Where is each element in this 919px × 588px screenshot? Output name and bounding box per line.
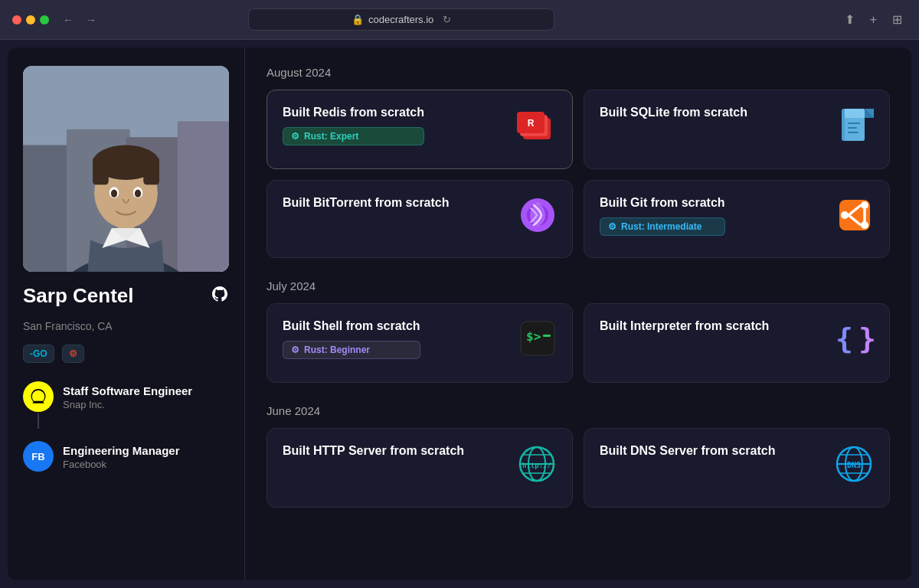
section-label-june: June 2024 [267,404,890,417]
card-interpreter-title: Built Interpreter from scratch [600,319,769,333]
svg-text:{: { [836,322,853,355]
section-label-august: August 2024 [267,66,890,79]
card-bittorrent[interactable]: Built BitTorrent from scratch [267,180,573,258]
svg-text:R: R [528,118,535,129]
badge-text: Rust: Intermediate [621,221,702,232]
new-tab-button[interactable]: + [865,9,881,30]
svg-point-31 [841,211,849,219]
url-text: codecrafters.io [368,14,433,25]
sidebar: Sarp Centel San Francisco, CA -GO ⚙ [8,47,245,580]
badge-icon: ⚙ [608,221,616,232]
lock-icon: 🔒 [352,14,364,25]
close-button[interactable] [12,15,21,24]
badge-text: Rust: Expert [304,131,358,142]
svg-rect-27 [848,132,858,133]
july-cards-grid: Built Shell from scratch ⚙ Rust: Beginne… [267,303,890,383]
grid-view-button[interactable]: ⊞ [888,9,907,30]
card-http-left: Built HTTP Server from scratch [283,444,464,458]
fb-logo: FB [23,441,54,472]
card-redis-left: Built Redis from scratch ⚙ Rust: Expert [283,106,424,145]
svg-text:}: } [858,322,874,355]
user-location: San Francisco, CA [23,320,229,332]
snap-logo-container [23,381,54,429]
card-sqlite-left: Built SQLite from scratch [600,106,747,119]
fb-company: Facebook [63,459,180,470]
card-redis-badge: ⚙ Rust: Expert [283,127,424,145]
interpreter-icon: { } [834,319,874,367]
reload-icon: ↻ [443,14,451,25]
svg-rect-10 [93,157,109,185]
avatar-container [23,66,229,272]
rust-badge[interactable]: ⚙ [62,345,84,363]
badge-text: Rust: Beginner [304,345,370,355]
card-bittorrent-title: Built BitTorrent from scratch [283,196,450,210]
badge-icon: ⚙ [291,131,299,142]
august-cards-grid: Built Redis from scratch ⚙ Rust: Expert … [267,90,890,258]
http-icon: http:// [517,444,557,492]
bittorrent-icon [518,196,557,242]
card-git-left: Built Git from scratch ⚙ Rust: Intermedi… [600,196,725,236]
svg-text:$>: $> [526,329,541,344]
shell-icon: $> [518,319,557,365]
go-badge[interactable]: -GO [23,345,54,363]
redis-icon: R [517,106,557,153]
timeline-connector [38,413,39,429]
svg-point-15 [135,189,141,197]
page-window: Sarp Centel San Francisco, CA -GO ⚙ [8,47,911,580]
rust-badge-icon: ⚙ [69,348,77,359]
snap-company: Snap Inc. [63,399,192,410]
snap-logo [23,381,54,412]
fb-title: Engineering Manager [63,444,180,457]
fb-logo-container: FB [23,441,54,472]
svg-point-32 [861,201,868,209]
card-dns[interactable]: Built DNS Server from scratch DNS [584,428,890,508]
snap-info: Staff Software Engineer Snap Inc. [63,381,192,410]
card-interpreter[interactable]: Built Interpreter from scratch { } [584,303,890,383]
timeline-item-facebook: FB Engineering Manager Facebook [23,435,229,478]
share-button[interactable]: ⬆ [840,9,859,30]
go-badge-label: -GO [30,348,47,359]
svg-point-14 [111,189,117,197]
card-shell[interactable]: Built Shell from scratch ⚙ Rust: Beginne… [267,303,573,383]
fb-logo-text: FB [31,451,44,462]
june-cards-grid: Built HTTP Server from scratch http:// [267,428,890,508]
svg-text:DNS: DNS [847,461,861,469]
dns-icon: DNS [834,444,874,492]
tech-badges: -GO ⚙ [23,345,229,363]
avatar [23,66,229,272]
browser-action-buttons: ⬆ + ⊞ [840,9,907,30]
card-dns-title: Built DNS Server from scratch [600,444,775,458]
card-interpreter-left: Built Interpreter from scratch [600,319,769,333]
minimize-button[interactable] [26,15,35,24]
snap-title: Staff Software Engineer [63,384,192,397]
back-button[interactable]: ← [58,11,78,29]
user-name: Sarp Centel [23,284,134,308]
card-sqlite-title: Built SQLite from scratch [600,106,747,119]
browser-controls: ← → [58,11,101,29]
card-shell-title: Built Shell from scratch [283,319,420,333]
card-shell-badge: ⚙ Rust: Beginner [283,341,420,359]
git-icon [836,196,874,242]
card-git-badge: ⚙ Rust: Intermediate [600,217,725,236]
card-git[interactable]: Built Git from scratch ⚙ Rust: Intermedi… [584,180,890,258]
svg-text:http://: http:// [522,462,551,469]
card-sqlite[interactable]: Built SQLite from scratch [584,90,890,169]
fullscreen-button[interactable] [40,15,49,24]
svg-rect-2 [23,145,70,272]
svg-rect-26 [848,127,857,129]
main-content: August 2024 Built Redis from scratch ⚙ R… [245,47,911,580]
traffic-lights [12,15,49,24]
name-row: Sarp Centel [23,284,229,308]
card-git-title: Built Git from scratch [600,196,725,210]
svg-rect-40 [543,335,551,337]
card-redis[interactable]: Built Redis from scratch ⚙ Rust: Expert … [267,90,573,169]
section-label-july: July 2024 [267,279,890,292]
svg-rect-5 [178,121,229,272]
address-bar[interactable]: 🔒 codecrafters.io ↻ [248,8,554,31]
badge-icon: ⚙ [291,345,299,355]
card-http[interactable]: Built HTTP Server from scratch http:// [267,428,573,508]
forward-button[interactable]: → [81,11,101,29]
fb-info: Engineering Manager Facebook [63,441,180,470]
github-icon[interactable] [211,285,229,308]
card-bittorrent-left: Built BitTorrent from scratch [283,196,450,210]
